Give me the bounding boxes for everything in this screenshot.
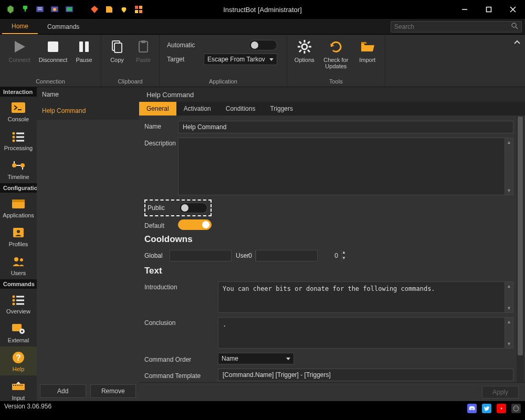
- close-button[interactable]: [501, 0, 525, 19]
- tab-commands[interactable]: Commands: [38, 19, 89, 34]
- title-bar: InstructBot [Administrator]: [0, 0, 525, 19]
- editor-scrollbar[interactable]: [517, 117, 524, 382]
- sidebar-item-profiles[interactable]: Profiles: [0, 222, 37, 250]
- conclusion-field[interactable]: .: [218, 317, 505, 349]
- tab-general[interactable]: General: [139, 102, 176, 116]
- sidebar-item-help[interactable]: ? Help: [0, 346, 37, 375]
- user-label: User: [236, 252, 251, 259]
- public-toggle[interactable]: [179, 203, 207, 213]
- public-highlight: Public: [144, 200, 212, 216]
- sidebar-item-console[interactable]: Console: [0, 97, 37, 125]
- svg-line-26: [299, 50, 301, 52]
- introduction-label: Introduction: [144, 281, 218, 291]
- svg-rect-60: [19, 385, 20, 386]
- ribbon: Connect Disconnect Pause Connection Copy…: [0, 35, 525, 87]
- options-button[interactable]: Options: [291, 37, 318, 77]
- svg-rect-58: [15, 385, 16, 386]
- command-order-select[interactable]: Name: [218, 353, 294, 364]
- paste-icon: [134, 38, 152, 56]
- sidebar-item-input[interactable]: Input: [0, 375, 37, 401]
- svg-rect-2: [139, 6, 142, 9]
- svg-rect-13: [85, 41, 89, 52]
- add-button[interactable]: Add: [40, 384, 86, 398]
- command-template-field[interactable]: [218, 369, 513, 381]
- editor-title: Help Command: [139, 87, 525, 102]
- command-order-label: Command Order: [144, 354, 218, 363]
- app-icon-5: [64, 4, 75, 15]
- minimize-button[interactable]: [453, 0, 477, 19]
- app-icon-8: [119, 4, 129, 15]
- tab-home[interactable]: Home: [2, 19, 38, 34]
- svg-point-42: [17, 230, 20, 233]
- sidebar-item-users[interactable]: Users: [0, 250, 37, 279]
- copy-button[interactable]: Copy: [106, 37, 129, 77]
- tab-activation[interactable]: Activation: [176, 102, 218, 116]
- svg-point-62: [513, 406, 519, 411]
- svg-rect-57: [13, 385, 14, 386]
- description-field[interactable]: [178, 138, 505, 195]
- name-field[interactable]: [178, 121, 513, 133]
- status-bar: Version 3.06.956: [0, 401, 525, 420]
- svg-line-10: [516, 27, 518, 29]
- bot-status-icon[interactable]: [511, 404, 521, 413]
- tab-triggers[interactable]: Triggers: [262, 102, 300, 116]
- apply-button[interactable]: Apply: [482, 386, 519, 398]
- description-scrollbar[interactable]: ▲▼: [505, 138, 513, 195]
- target-select[interactable]: Escape From Tarkov: [204, 54, 277, 65]
- svg-rect-12: [79, 41, 83, 52]
- cooldowns-title: Cooldowns: [144, 234, 513, 245]
- introduction-scrollbar[interactable]: ▲▼: [505, 281, 513, 313]
- svg-point-45: [13, 296, 15, 298]
- sidebar-item-external[interactable]: External: [0, 318, 37, 346]
- check-updates-button[interactable]: Check for Updates: [321, 37, 351, 77]
- svg-text:?: ?: [16, 353, 21, 362]
- youtube-icon[interactable]: [497, 404, 506, 413]
- remove-button[interactable]: Remove: [90, 384, 136, 398]
- command-list-item[interactable]: Help Command: [37, 102, 139, 120]
- automatic-toggle[interactable]: [249, 40, 277, 50]
- profile-icon: [10, 226, 26, 239]
- connect-button[interactable]: Connect: [4, 37, 35, 77]
- sidebar-item-processing[interactable]: Processing: [0, 125, 37, 154]
- global-field[interactable]: ▲▼: [170, 250, 232, 261]
- name-label: Name: [144, 121, 178, 130]
- maximize-button[interactable]: [477, 0, 501, 19]
- discord-icon[interactable]: [467, 404, 477, 413]
- conclusion-label: Conclusion: [144, 317, 218, 327]
- list-icon: [10, 130, 26, 143]
- ribbon-collapse-icon[interactable]: [513, 39, 521, 48]
- svg-rect-56: [12, 384, 25, 390]
- import-button[interactable]: Import: [354, 37, 381, 77]
- app-icon-4: [49, 4, 60, 15]
- disconnect-button[interactable]: Disconnect: [38, 37, 68, 77]
- refresh-icon: [327, 38, 345, 56]
- svg-rect-61: [22, 385, 23, 386]
- svg-rect-4: [139, 10, 142, 13]
- command-list-panel: Name Help Command Add Remove: [37, 87, 139, 401]
- twitter-icon[interactable]: [482, 404, 491, 413]
- pause-icon: [75, 38, 93, 56]
- main-tabs: Home Commands: [0, 19, 525, 35]
- automatic-label: Automatic: [167, 41, 198, 49]
- sidebar-item-overview[interactable]: Overview: [0, 289, 37, 318]
- sidebar-item-timeline[interactable]: Timeline: [0, 154, 37, 183]
- app-icon-9: [133, 4, 144, 15]
- text-title: Text: [144, 266, 513, 276]
- sidebar-item-applications[interactable]: Applications: [0, 193, 37, 222]
- tab-conditions[interactable]: Conditions: [218, 102, 263, 116]
- user-field[interactable]: ▲▼: [256, 250, 318, 261]
- conclusion-scrollbar[interactable]: ▲▼: [505, 317, 513, 349]
- search-box[interactable]: [391, 21, 522, 33]
- pause-button[interactable]: Pause: [71, 37, 97, 77]
- search-input[interactable]: [394, 23, 511, 30]
- command-template-label: Command Template: [144, 370, 218, 380]
- default-toggle[interactable]: [178, 219, 212, 230]
- svg-point-44: [20, 258, 23, 261]
- svg-rect-17: [141, 40, 145, 43]
- svg-rect-3: [135, 10, 138, 13]
- svg-rect-6: [487, 7, 491, 12]
- svg-point-32: [13, 140, 15, 142]
- connection-group-label: Connection: [4, 77, 97, 86]
- introduction-field[interactable]: You can cheer bits or donate for the fol…: [218, 281, 505, 313]
- paste-button[interactable]: Paste: [132, 37, 155, 77]
